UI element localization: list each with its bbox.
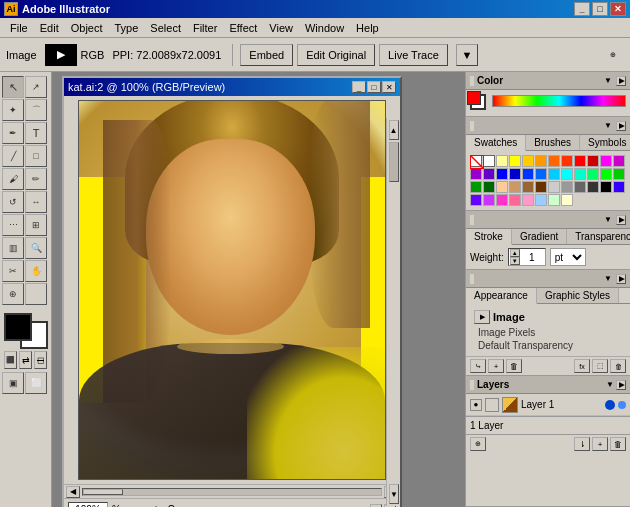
rect-tool[interactable]: □	[25, 145, 47, 167]
swatch-yellow-lt[interactable]	[496, 155, 508, 167]
swatches-collapse[interactable]: ▼	[602, 120, 614, 132]
full-screen-btn[interactable]: ⬜	[25, 372, 47, 394]
stroke-decrease-btn[interactable]: ▼	[510, 257, 520, 265]
appearance-link-btn[interactable]: ⤷	[470, 359, 486, 373]
direct-selection-tool[interactable]: ↗	[25, 76, 47, 98]
swatch-none[interactable]	[470, 155, 482, 167]
foreground-color-swatch[interactable]	[4, 313, 32, 341]
hand-tool[interactable]: ✋	[25, 260, 47, 282]
canvas-vertical-scrollbar[interactable]: ▲ ▼	[386, 118, 400, 506]
swatch-cyan[interactable]	[561, 168, 573, 180]
layer-target-indicator[interactable]	[605, 400, 615, 410]
stroke-unit-select[interactable]: pt px mm	[550, 248, 586, 266]
swatch-gray-dk[interactable]	[574, 181, 586, 193]
blend-tool[interactable]: ⋯	[2, 214, 24, 236]
swatch-brown-dk[interactable]	[535, 181, 547, 193]
play-arrow-icon[interactable]: ▶	[45, 44, 77, 66]
tab-transparency[interactable]: Transparency	[567, 229, 630, 244]
swatch-blue-dk[interactable]	[509, 168, 521, 180]
scroll-up-btn[interactable]: ▲	[389, 120, 399, 140]
toolbar-end-icon[interactable]: ⊕	[602, 44, 624, 66]
stroke-increase-btn[interactable]: ▲	[510, 249, 520, 257]
swatch-green-dkst[interactable]	[483, 181, 495, 193]
menu-view[interactable]: View	[263, 20, 299, 36]
live-trace-button[interactable]: Live Trace	[379, 44, 448, 66]
swatch-peach[interactable]	[496, 181, 508, 193]
layers-options[interactable]: ▶	[616, 380, 626, 390]
tab-swatches[interactable]: Swatches	[466, 135, 526, 151]
swatches-options[interactable]: ▶	[616, 121, 626, 131]
swatch-pink[interactable]	[509, 194, 521, 206]
layers-del-layer-btn[interactable]: 🗑	[610, 437, 626, 451]
layers-new-btn[interactable]: ⇂	[574, 437, 590, 451]
tab-appearance[interactable]: Appearance	[466, 288, 537, 304]
doc-minimize-btn[interactable]: _	[352, 81, 366, 93]
appearance-copy-btn[interactable]: ⬚	[592, 359, 608, 373]
swatch-magenta[interactable]	[600, 155, 612, 167]
appearance-del-btn[interactable]: 🗑	[506, 359, 522, 373]
swatch-cream[interactable]	[561, 194, 573, 206]
swap-colors-btn[interactable]: ⇄	[19, 351, 32, 369]
swatch-yellow[interactable]	[509, 155, 521, 167]
swatch-purple[interactable]	[483, 168, 495, 180]
menu-effect[interactable]: Effect	[223, 20, 263, 36]
appearance-collapse[interactable]: ▼	[602, 273, 614, 285]
swatch-lavender[interactable]	[483, 194, 495, 206]
menu-file[interactable]: File	[4, 20, 34, 36]
scale-tool[interactable]: ↔	[25, 191, 47, 213]
swatch-cyan-g[interactable]	[574, 168, 586, 180]
swatch-blue[interactable]	[496, 168, 508, 180]
gradient-tool[interactable]: ▥	[2, 237, 24, 259]
swatch-brown[interactable]	[522, 181, 534, 193]
scroll-thumb[interactable]	[389, 142, 399, 182]
swatch-blue-lt[interactable]	[535, 168, 547, 180]
tab-brushes[interactable]: Brushes	[526, 135, 580, 150]
normal-screen-btn[interactable]: ▣	[2, 372, 24, 394]
selection-tool[interactable]: ↖	[2, 76, 24, 98]
type-tool[interactable]: T	[25, 122, 47, 144]
pencil-tool[interactable]: ✏	[25, 168, 47, 190]
swatch-violet2[interactable]	[470, 194, 482, 206]
swatch-pink-lt[interactable]	[522, 194, 534, 206]
layers-locate-btn[interactable]: ⊕	[470, 437, 486, 451]
stroke-options[interactable]: ▶	[616, 215, 626, 225]
menu-select[interactable]: Select	[144, 20, 187, 36]
canvas-horizontal-scrollbar[interactable]: ◀ ▶	[64, 484, 400, 498]
magic-wand-tool[interactable]: ✦	[2, 99, 24, 121]
layers-new-layer-btn[interactable]: +	[592, 437, 608, 451]
color-stroke-swatch[interactable]	[470, 94, 486, 110]
menu-type[interactable]: Type	[109, 20, 145, 36]
swatch-indigo[interactable]	[613, 181, 625, 193]
paintbrush-tool[interactable]: 🖌	[2, 168, 24, 190]
tab-stroke[interactable]: Stroke	[466, 229, 512, 245]
eyedropper-tool[interactable]: 🔍	[25, 237, 47, 259]
swatch-green-dk[interactable]	[613, 168, 625, 180]
scissors-tool[interactable]: ✂	[2, 260, 24, 282]
close-btn[interactable]: ✕	[610, 2, 626, 16]
minimize-btn[interactable]: _	[574, 2, 590, 16]
appearance-options[interactable]: ▶	[616, 274, 626, 284]
menu-edit[interactable]: Edit	[34, 20, 65, 36]
appearance-expand-btn[interactable]: ▶	[474, 310, 490, 324]
menu-help[interactable]: Help	[350, 20, 385, 36]
tab-graphic-styles[interactable]: Graphic Styles	[537, 288, 619, 303]
zoom-tool[interactable]: ⊕	[2, 283, 24, 305]
swatch-red-lt[interactable]	[561, 155, 573, 167]
appearance-trash-btn[interactable]: 🗑	[610, 359, 626, 373]
doc-close-btn[interactable]: ✕	[382, 81, 396, 93]
mesh-tool[interactable]: ⊞	[25, 214, 47, 236]
color-gradient-bar[interactable]	[492, 95, 626, 107]
swatch-gray[interactable]	[561, 181, 573, 193]
swatch-sky[interactable]	[535, 194, 547, 206]
layer-visibility-toggle[interactable]: ●	[470, 399, 482, 411]
horizontal-scroll-thumb[interactable]	[83, 489, 123, 495]
pen-tool[interactable]: ✒	[2, 122, 24, 144]
doc-maximize-btn[interactable]: □	[367, 81, 381, 93]
color-panel-collapse[interactable]: ▼	[602, 75, 614, 87]
edit-original-button[interactable]: Edit Original	[297, 44, 375, 66]
menu-window[interactable]: Window	[299, 20, 350, 36]
color-panel-options[interactable]: ▶	[616, 76, 626, 86]
layer-lock-toggle[interactable]	[485, 398, 499, 412]
swatch-orange-y[interactable]	[522, 155, 534, 167]
swatch-red[interactable]	[574, 155, 586, 167]
